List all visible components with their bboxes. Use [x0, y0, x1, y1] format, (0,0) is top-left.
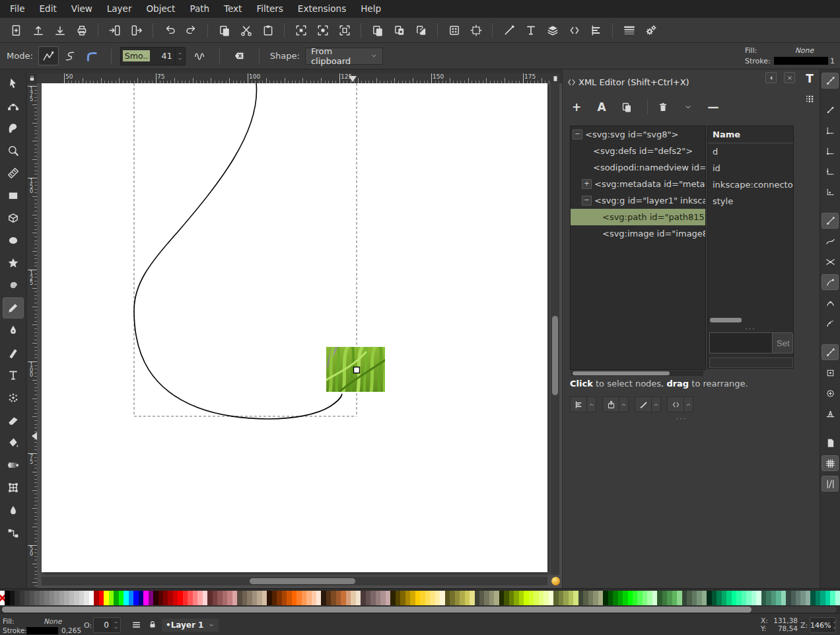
palette-swatch[interactable] — [297, 591, 301, 605]
xml-tree-row[interactable]: −<svg:svg id="svg8"> — [571, 126, 705, 143]
zoom-spinner[interactable] — [831, 618, 836, 632]
chevron-up-button[interactable] — [683, 397, 693, 412]
snap-guides-button[interactable] — [822, 476, 839, 492]
dropper-tool[interactable] — [3, 500, 24, 521]
palette-swatch[interactable] — [217, 591, 222, 605]
palette-swatch[interactable] — [370, 591, 375, 605]
palette-swatch[interactable] — [64, 591, 69, 605]
palette-swatch[interactable] — [766, 591, 771, 605]
palette-swatch[interactable] — [109, 591, 114, 605]
snap-nodes-button[interactable] — [822, 213, 839, 229]
palette-swatch[interactable] — [178, 591, 182, 605]
palette-swatch[interactable] — [104, 591, 108, 605]
palette-swatch[interactable] — [331, 591, 335, 605]
palette-swatch[interactable] — [732, 591, 736, 605]
status-stroke-width[interactable]: 0,265 — [61, 626, 81, 634]
redo-button[interactable] — [181, 20, 201, 40]
status-stroke-swatch[interactable] — [26, 627, 58, 634]
palette-swatch[interactable] — [796, 591, 800, 605]
palette-swatch[interactable] — [149, 591, 153, 605]
palette-swatch[interactable] — [726, 591, 731, 605]
palette-swatch[interactable] — [183, 591, 188, 605]
selector-tool[interactable] — [3, 73, 24, 94]
palette-swatch[interactable] — [396, 591, 400, 605]
palette-swatch[interactable] — [123, 591, 128, 605]
document-open-button[interactable] — [28, 20, 48, 40]
palette-swatch[interactable] — [583, 591, 588, 605]
palette-swatch[interactable] — [237, 591, 242, 605]
palette-swatch[interactable] — [356, 591, 361, 605]
palette-swatch[interactable] — [707, 591, 711, 605]
palette-swatch[interactable] — [598, 591, 603, 605]
palette-swatch[interactable] — [400, 591, 405, 605]
palette-swatch[interactable] — [825, 591, 830, 605]
horizontal-scrollbar-thumb[interactable] — [250, 578, 355, 584]
document-print-button[interactable] — [71, 20, 92, 40]
palette-swatch[interactable] — [484, 591, 489, 605]
xml-dialog-button[interactable] — [668, 397, 683, 412]
palette-swatch[interactable] — [420, 591, 425, 605]
palette-swatch[interactable] — [722, 591, 726, 605]
delete-node-button[interactable] — [653, 98, 673, 116]
palette-swatch[interactable] — [445, 591, 450, 605]
palette-swatch[interactable] — [316, 591, 321, 605]
palette-swatch[interactable] — [99, 591, 104, 605]
palette-swatch[interactable] — [20, 591, 24, 605]
palette-swatch[interactable] — [712, 591, 717, 605]
zoom-tool[interactable] — [3, 140, 24, 161]
palette-swatch[interactable] — [197, 591, 202, 605]
palette-swatch[interactable] — [410, 591, 415, 605]
document-new-button[interactable] — [6, 20, 26, 40]
palette-scrollbar-thumb[interactable] — [2, 607, 752, 613]
transform-dialog-button[interactable] — [466, 20, 486, 40]
zoom-spinbox[interactable]: 146% — [810, 617, 836, 633]
layer-selector[interactable]: •Layer 1 — [162, 618, 219, 632]
palette-swatch[interactable] — [569, 591, 573, 605]
vertical-ruler[interactable]: 1751501251007550 — [28, 83, 38, 588]
snap-path-intersections-button[interactable] — [822, 254, 839, 270]
palette-swatch[interactable] — [514, 591, 518, 605]
lpe-simplify-button[interactable] — [190, 46, 210, 66]
palette-swatch[interactable] — [519, 591, 524, 605]
duplicate-node-button[interactable] — [617, 98, 637, 116]
align-dialog-button[interactable] — [586, 20, 606, 40]
palette-swatch[interactable] — [380, 591, 385, 605]
palette-swatch[interactable] — [647, 591, 652, 605]
collapse-expander[interactable]: − — [582, 196, 592, 205]
draw-path-button[interactable] — [499, 20, 519, 40]
collapse-expander[interactable]: − — [573, 130, 582, 139]
chevron-up-button[interactable] — [651, 397, 660, 412]
palette-swatch[interactable] — [504, 591, 508, 605]
palette-swatch[interactable] — [736, 591, 741, 605]
palette-swatch[interactable] — [430, 591, 435, 605]
xml-tree-row[interactable]: +<svg:metadata id="metad — [571, 176, 705, 192]
palette-swatch[interactable] — [336, 591, 341, 605]
palette-swatch[interactable] — [687, 591, 691, 605]
palette-swatch[interactable] — [376, 591, 380, 605]
palette-swatch[interactable] — [806, 591, 810, 605]
palette-swatch[interactable] — [816, 591, 820, 605]
palette-swatch[interactable] — [386, 591, 390, 605]
palette-swatch[interactable] — [306, 591, 311, 605]
palette-swatch[interactable] — [40, 591, 44, 605]
clear-button[interactable] — [229, 46, 250, 66]
palette-swatch[interactable] — [450, 591, 454, 605]
palette-swatch[interactable] — [321, 591, 326, 605]
expand-expander[interactable]: + — [582, 179, 592, 189]
chevron-up-button[interactable] — [586, 397, 596, 412]
guide-lock-toggle[interactable] — [26, 73, 37, 83]
gradient-tool[interactable] — [3, 455, 24, 476]
palette-swatch[interactable] — [341, 591, 345, 605]
text-dialog-tab[interactable]: T — [806, 72, 814, 85]
palette-swatch[interactable] — [173, 591, 178, 605]
palette-swatch[interactable] — [129, 591, 133, 605]
palette-swatch[interactable] — [593, 591, 598, 605]
canvas-viewport[interactable] — [37, 83, 562, 588]
palette-swatch[interactable] — [262, 591, 267, 605]
paste-button[interactable] — [258, 20, 278, 40]
palette-swatch[interactable] — [54, 591, 59, 605]
palette-swatch[interactable] — [168, 591, 172, 605]
xml-tree-row[interactable]: <sodipodi:namedview id=" — [571, 159, 705, 176]
palette-swatch[interactable] — [292, 591, 297, 605]
connector-tool[interactable] — [3, 522, 24, 543]
